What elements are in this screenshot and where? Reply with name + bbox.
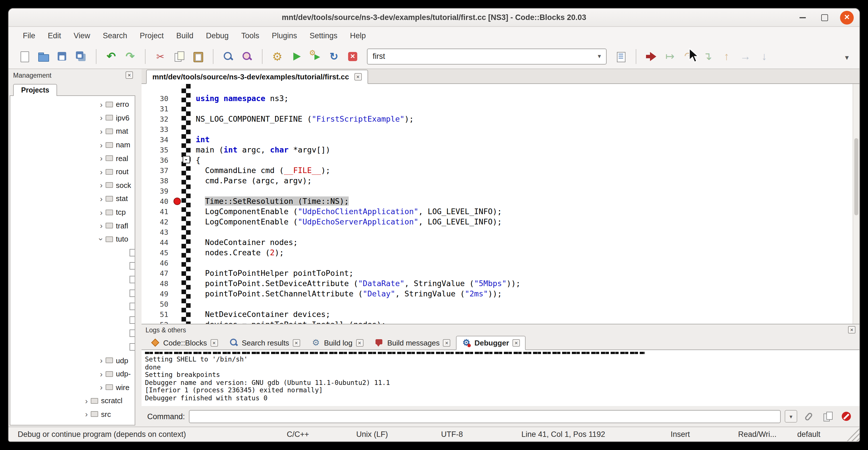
run-button[interactable] (288, 48, 304, 65)
line-number[interactable]: 49 (142, 289, 172, 298)
tree-item-fif[interactable]: fif (10, 246, 135, 259)
chevron-collapsed-icon[interactable]: › (82, 396, 91, 406)
management-close-icon[interactable] (126, 71, 133, 79)
undo-button[interactable] (103, 48, 119, 65)
paste-button[interactable] (190, 48, 206, 65)
step-into-instruction-button[interactable] (756, 48, 772, 65)
tree-item-se[interactable]: se (10, 300, 135, 313)
tree-item-fo[interactable]: fo (10, 273, 135, 286)
menu-help[interactable]: Help (344, 29, 372, 42)
code-line-33[interactable]: 33 (142, 124, 852, 134)
chevron-collapsed-icon[interactable]: › (97, 383, 105, 392)
tree-item-wire[interactable]: ›wire (10, 381, 135, 394)
command-history-dropdown[interactable]: ▾ (785, 410, 797, 423)
next-instruction-button[interactable] (737, 48, 753, 65)
editor-scrollbar-thumb[interactable] (854, 138, 858, 215)
menu-build[interactable]: Build (170, 29, 200, 42)
close-icon[interactable] (210, 339, 218, 347)
debugger-log[interactable]: Setting SHELL to '/bin/sh'doneSetting br… (142, 350, 860, 406)
save-all-button[interactable] (73, 48, 89, 65)
chevron-collapsed-icon[interactable]: › (97, 113, 105, 122)
title-bar[interactable]: mnt/dev/tools/source/ns-3-dev/examples/t… (8, 8, 860, 27)
editor-scrollbar[interactable] (852, 84, 860, 324)
menu-view[interactable]: View (67, 29, 96, 42)
build-target-combo[interactable]: first▾ (367, 48, 607, 64)
tree-item-fir[interactable]: fir (10, 259, 135, 273)
code-line-52[interactable]: 52 devices = pointToPoint.Install (nodes… (142, 319, 852, 324)
tab-projects[interactable]: Projects (13, 84, 57, 96)
code-line-39[interactable]: 39 (142, 186, 852, 196)
line-number[interactable]: 35 (142, 145, 172, 154)
code-line-43[interactable]: 43 (142, 227, 852, 237)
menu-settings[interactable]: Settings (303, 29, 344, 42)
tree-item-tuto[interactable]: ›tuto (10, 233, 135, 246)
code-line-46[interactable]: 46 (142, 258, 852, 268)
tree-item-nam[interactable]: ›nam (10, 138, 135, 152)
line-number[interactable]: 44 (142, 238, 172, 246)
chevron-collapsed-icon[interactable]: › (97, 356, 105, 365)
line-number[interactable]: 34 (142, 135, 172, 144)
line-number[interactable]: 40 (142, 197, 172, 205)
tree-item-erro[interactable]: ›erro (10, 98, 135, 111)
line-number[interactable]: 46 (142, 259, 172, 267)
tree-item-th[interactable]: th (10, 340, 135, 354)
code-line-32[interactable]: 32NS_LOG_COMPONENT_DEFINE ("FirstScriptE… (142, 114, 852, 124)
line-number[interactable]: 41 (142, 207, 172, 216)
line-number[interactable]: 32 (142, 115, 172, 123)
line-number[interactable]: 45 (142, 248, 172, 257)
line-number[interactable]: 52 (142, 320, 172, 324)
menu-tools[interactable]: Tools (235, 29, 266, 42)
line-number[interactable]: 50 (142, 300, 172, 308)
chevron-collapsed-icon[interactable]: › (97, 181, 105, 190)
toolbar-overflow-button[interactable] (839, 48, 855, 65)
line-number[interactable]: 47 (142, 269, 172, 277)
copy-log-button[interactable] (820, 409, 835, 424)
line-number[interactable]: 51 (142, 310, 172, 318)
tree-item-udp[interactable]: ›udp- (10, 367, 135, 381)
code-line-37[interactable]: 37 CommandLine cmd (__FILE__); (142, 165, 852, 175)
chevron-collapsed-icon[interactable]: › (97, 100, 105, 109)
chevron-collapsed-icon[interactable]: › (97, 194, 105, 203)
code-line-51[interactable]: 51 NetDeviceContainer devices; (142, 309, 852, 319)
run-to-cursor-button[interactable] (662, 48, 678, 65)
logs-close-icon[interactable] (848, 326, 856, 333)
new-file-button[interactable] (17, 48, 33, 65)
line-marker[interactable] (172, 197, 182, 205)
code-area[interactable]: 30using namespace ns3;3132NS_LOG_COMPONE… (142, 84, 852, 324)
menu-edit[interactable]: Edit (42, 29, 68, 42)
debug-continue-button[interactable] (643, 48, 659, 65)
code-line-41[interactable]: 41 LogComponentEnable ("UdpEchoClientApp… (142, 206, 852, 216)
attach-button[interactable] (801, 409, 816, 424)
chevron-collapsed-icon[interactable]: › (97, 221, 105, 230)
build-and-run-button[interactable] (307, 48, 323, 65)
line-number[interactable]: 48 (142, 279, 172, 288)
build-button[interactable] (269, 48, 285, 65)
resize-grip[interactable] (847, 427, 860, 441)
line-number[interactable]: 31 (142, 104, 172, 113)
minimize-icon[interactable] (796, 10, 809, 24)
tree-item-mat[interactable]: ›mat (10, 124, 135, 138)
redo-button[interactable] (122, 48, 138, 65)
logs-tab-code-blocks[interactable]: Code::Blocks (145, 336, 223, 350)
code-line-45[interactable]: 45 nodes.Create (2); (142, 247, 852, 258)
tree-item-scratcl[interactable]: ›scratcl (10, 394, 135, 408)
code-line-31[interactable]: 31 (142, 103, 852, 114)
close-icon[interactable] (292, 339, 300, 347)
target-list-button[interactable] (613, 48, 629, 65)
line-number[interactable]: 33 (142, 125, 172, 133)
line-number[interactable]: 38 (142, 176, 172, 185)
menu-debug[interactable]: Debug (200, 29, 235, 42)
maximize-icon[interactable] (818, 10, 832, 24)
editor-tab-close-icon[interactable] (354, 73, 362, 81)
code-line-30[interactable]: 30using namespace ns3; (142, 93, 852, 103)
editor-tab-first-cc[interactable]: mnt/dev/tools/source/ns-3-dev/examples/t… (146, 70, 368, 84)
chevron-collapsed-icon[interactable]: › (97, 369, 105, 378)
copy-button[interactable] (171, 48, 187, 65)
code-line-48[interactable]: 48 pointToPoint.SetDeviceAttribute ("Dat… (142, 278, 852, 289)
rebuild-button[interactable] (326, 48, 342, 65)
code-line-34[interactable]: 34int (142, 134, 852, 145)
logs-tab-search-results[interactable]: Search results (223, 336, 306, 350)
code-line-38[interactable]: 38 cmd.Parse (argc, argv); (142, 175, 852, 186)
menu-file[interactable]: File (17, 29, 42, 42)
logs-tab-build-messages[interactable]: Build messages (369, 336, 456, 350)
